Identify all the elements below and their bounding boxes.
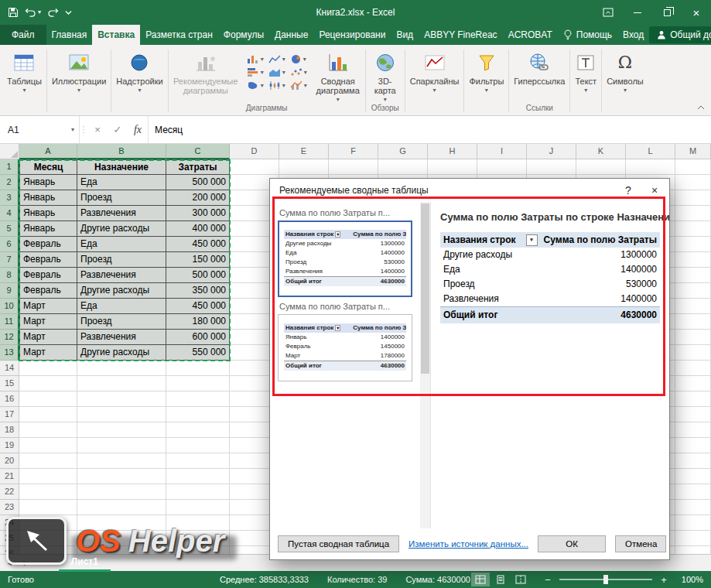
row-header-11[interactable]: 11 <box>0 314 19 330</box>
cell[interactable] <box>675 252 711 268</box>
cell[interactable] <box>428 159 477 175</box>
cell[interactable]: Февраль <box>19 283 77 299</box>
zoom-level[interactable]: 100% <box>675 575 703 584</box>
column-header-J[interactable]: J <box>527 144 576 159</box>
cell[interactable]: Проезд <box>77 190 166 206</box>
cell[interactable] <box>166 484 230 500</box>
cancel-entry-icon[interactable]: × <box>87 116 108 143</box>
cell[interactable]: 180 000 <box>166 314 230 330</box>
cell[interactable]: 350 000 <box>166 283 230 299</box>
cell[interactable]: Проезд <box>77 252 166 268</box>
cell[interactable]: Развлечения <box>77 330 166 345</box>
ribbon-tab-9[interactable]: ACROBAT <box>503 25 558 45</box>
thumbnail-preview[interactable]: Названия строк▾Сумма по полю ЗатратыДруг… <box>278 220 412 297</box>
redo-icon[interactable] <box>47 7 59 18</box>
row-header-21[interactable]: 21 <box>0 469 19 484</box>
cell[interactable]: Март <box>19 345 77 361</box>
cell[interactable] <box>166 391 230 407</box>
cell[interactable] <box>675 283 711 299</box>
zoom-slider[interactable] <box>559 579 652 580</box>
cell[interactable] <box>166 469 230 484</box>
cell[interactable]: Другие расходы <box>77 221 166 237</box>
page-break-view-icon[interactable] <box>511 573 530 586</box>
blank-pivot-table-button[interactable]: Пустая сводная таблица <box>278 535 399 552</box>
save-icon[interactable] <box>8 7 19 18</box>
row-header-4[interactable]: 4 <box>0 206 19 221</box>
row-header-13[interactable]: 13 <box>0 345 19 361</box>
cell[interactable] <box>19 407 77 422</box>
cell[interactable] <box>626 159 675 175</box>
row-header-1[interactable]: 1 <box>0 159 19 175</box>
cell[interactable]: Другие расходы <box>77 345 166 361</box>
tables-button[interactable]: Таблицы ▾ <box>3 46 46 103</box>
column-header-A[interactable]: A <box>19 144 77 159</box>
cell[interactable] <box>675 391 711 407</box>
undo-icon[interactable]: ▾ <box>25 7 41 18</box>
pivot-chart-button[interactable]: Сводная диаграмма ▾ <box>312 46 364 103</box>
cell[interactable] <box>166 453 230 469</box>
row-header-7[interactable]: 7 <box>0 252 19 268</box>
cancel-button[interactable]: Отмена <box>615 535 666 552</box>
cell[interactable]: Развлечения <box>77 206 166 221</box>
normal-view-icon[interactable] <box>471 573 490 586</box>
cell[interactable]: Затраты <box>166 159 230 175</box>
cell[interactable] <box>675 422 711 438</box>
minimize-button[interactable] <box>623 0 652 25</box>
cell[interactable]: Проезд <box>77 314 166 330</box>
cell[interactable] <box>675 531 711 546</box>
column-chart-icon[interactable]: ▾ <box>247 54 264 64</box>
customize-quick-access-icon[interactable] <box>65 10 72 15</box>
cell[interactable]: Февраль <box>19 237 77 252</box>
dialog-help-button[interactable]: ? <box>615 180 641 200</box>
row-header-6[interactable]: 6 <box>0 237 19 252</box>
next-sheet-icon[interactable]: ► <box>22 559 29 567</box>
cell[interactable] <box>166 515 230 531</box>
column-header-L[interactable]: L <box>626 144 675 159</box>
cell[interactable] <box>675 376 711 391</box>
change-data-source-link[interactable]: Изменить источник данных... <box>408 539 528 549</box>
cell[interactable] <box>19 422 77 438</box>
cell[interactable] <box>77 469 166 484</box>
cell[interactable] <box>675 268 711 283</box>
dialog-close-button[interactable]: × <box>641 180 668 200</box>
cell[interactable] <box>675 206 711 221</box>
column-header-B[interactable]: B <box>77 144 166 159</box>
pie-chart-icon[interactable]: ▾ <box>290 54 307 64</box>
cell[interactable]: 200 000 <box>166 190 230 206</box>
ribbon-tab-8[interactable]: ABBYY FineReac <box>419 25 503 45</box>
cell[interactable] <box>675 314 711 330</box>
formula-input[interactable]: Месяц <box>149 116 711 143</box>
column-header-G[interactable]: G <box>378 144 428 159</box>
cell[interactable] <box>19 531 77 546</box>
select-all-corner[interactable] <box>0 144 19 159</box>
cell[interactable] <box>77 361 166 376</box>
cell[interactable]: Месяц <box>19 159 77 175</box>
ribbon-tab-11[interactable]: Вход <box>617 25 649 45</box>
cell[interactable] <box>19 438 77 453</box>
ribbon-tab-12[interactable]: Общий доступ <box>649 26 711 43</box>
bar-chart-icon[interactable]: ▾ <box>247 67 264 77</box>
addins-button[interactable]: Надстройки ▾ <box>112 46 166 103</box>
column-header-C[interactable]: C <box>166 144 230 159</box>
cell[interactable] <box>329 159 378 175</box>
cell[interactable]: 300 000 <box>166 206 230 221</box>
zoom-slider-thumb[interactable] <box>603 575 608 584</box>
cell[interactable] <box>675 361 711 376</box>
cell[interactable] <box>19 376 77 391</box>
filters-button[interactable]: Фильтры ▾ <box>465 46 508 103</box>
cell[interactable] <box>77 484 166 500</box>
cell[interactable] <box>675 345 711 361</box>
cell[interactable]: Назначение <box>77 159 166 175</box>
cell[interactable] <box>675 453 711 469</box>
cell[interactable] <box>675 190 711 206</box>
ok-button[interactable]: ОК <box>538 535 606 552</box>
cell[interactable]: Февраль <box>19 268 77 283</box>
cell[interactable] <box>19 484 77 500</box>
cell[interactable] <box>675 299 711 314</box>
row-header-22[interactable]: 22 <box>0 484 19 500</box>
cell[interactable] <box>19 515 77 531</box>
cell[interactable] <box>166 422 230 438</box>
recommended-charts-button[interactable]: Рекомендуемые диаграммы <box>169 46 242 103</box>
formula-bar-resize-handle[interactable]: ⋮ <box>80 116 87 143</box>
cell[interactable] <box>166 438 230 453</box>
